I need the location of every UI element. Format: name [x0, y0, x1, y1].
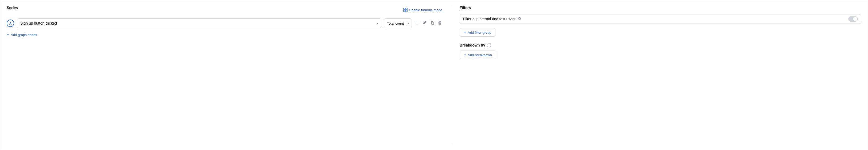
toggle-thumb — [853, 17, 857, 21]
copy-icon[interactable] — [430, 21, 435, 26]
event-select-value: Sign up button clicked — [20, 21, 374, 25]
total-count-dropdown[interactable]: Total count ▾ — [384, 19, 412, 28]
add-filter-button[interactable]: + Add filter group — [460, 28, 495, 37]
delete-icon[interactable] — [437, 21, 442, 26]
series-title: Series — [7, 6, 18, 10]
add-filter-label: Add filter group — [468, 30, 491, 34]
add-breakdown-button[interactable]: + Add breakdown — [460, 51, 496, 59]
filter-item-row: Filter out internal and test users — [460, 14, 861, 24]
series-panel: Series Enable formula mode A Sign up but… — [7, 6, 451, 144]
total-count-label: Total count — [387, 21, 404, 25]
svg-rect-7 — [432, 22, 434, 24]
add-series-label: Add graph series — [11, 33, 37, 37]
event-select-dropdown[interactable]: Sign up button clicked ▾ — [17, 19, 381, 28]
enable-formula-button[interactable]: Enable formula mode — [403, 8, 442, 12]
svg-rect-1 — [406, 8, 407, 10]
svg-rect-3 — [406, 10, 407, 12]
filters-title: Filters — [460, 6, 861, 10]
add-breakdown-plus: + — [464, 52, 466, 57]
total-count-arrow: ▾ — [408, 22, 409, 25]
toggle-track — [848, 16, 858, 22]
add-series-plus: + — [7, 32, 9, 37]
breakdown-title-row: Breakdown by i — [460, 43, 861, 47]
add-filter-plus: + — [464, 30, 466, 35]
series-letter-badge: A — [7, 20, 14, 27]
svg-rect-2 — [404, 10, 405, 12]
enable-formula-label: Enable formula mode — [409, 8, 442, 12]
add-series-button[interactable]: + Add graph series — [7, 32, 37, 37]
main-container: Series Enable formula mode A Sign up but… — [0, 0, 868, 150]
filter-item-label: Filter out internal and test users — [463, 17, 516, 21]
filter-icon[interactable] — [414, 21, 420, 26]
series-action-icons — [414, 21, 442, 26]
breakdown-title-text: Breakdown by — [460, 43, 485, 47]
filters-panel: Filters Filter out internal and test use… — [451, 6, 861, 144]
filter-toggle[interactable] — [848, 16, 858, 22]
breakdown-info-icon[interactable]: i — [487, 43, 491, 47]
event-select-arrow: ▾ — [377, 22, 378, 25]
filter-gear-icon[interactable] — [518, 17, 522, 21]
edit-icon[interactable] — [422, 21, 427, 26]
filter-item-left: Filter out internal and test users — [463, 17, 522, 21]
add-breakdown-label: Add breakdown — [468, 53, 492, 57]
series-header: Series Enable formula mode — [7, 6, 442, 14]
svg-rect-0 — [404, 8, 405, 10]
series-row: A Sign up button clicked ▾ Total count ▾ — [7, 19, 442, 28]
formula-icon — [403, 8, 408, 12]
